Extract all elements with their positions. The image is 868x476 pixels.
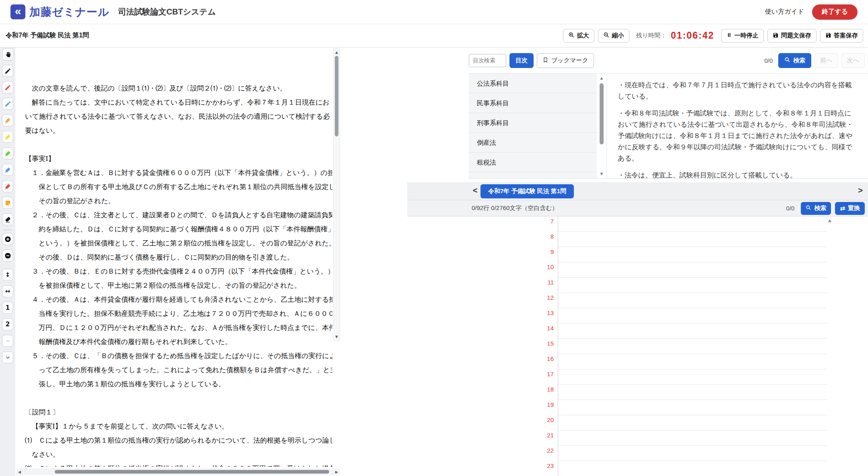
subject-list-item[interactable]: 公法系科目 — [469, 74, 597, 93]
scroll-left-arrow-icon[interactable]: ◀ — [18, 470, 21, 474]
toc-button[interactable]: 目次 — [509, 53, 534, 68]
editor-line-number: 7 — [407, 218, 554, 225]
highlighter-orange-button[interactable] — [2, 114, 13, 126]
editor-row: 21 — [407, 431, 868, 446]
zoom-out-button[interactable]: 縮小 — [598, 29, 629, 43]
sticky-note-button[interactable] — [2, 197, 13, 209]
editor-line[interactable] — [558, 262, 827, 278]
editor-line-number: 15 — [407, 340, 554, 347]
app-root: « 加藤ゼミナール 司法試験論文CBTシステム 使い方ガイド 終了する 令和7年… — [0, 0, 868, 476]
pen-red-button[interactable] — [2, 81, 13, 93]
save-icon — [773, 32, 779, 39]
page-zoom-in-button[interactable] — [2, 233, 13, 245]
answer-pane: < 令和7年 予備試験 民法 第1問 > 0/92行 0/2760文字（空白含む… — [407, 182, 868, 476]
law-note: ・現在時点では、令和７年７月１日時点で施行されている法令の内容を搭載している。 — [618, 80, 858, 102]
editor-line-number: 16 — [407, 355, 554, 362]
page-2-button-button[interactable]: 2 — [2, 318, 13, 330]
law-search-button[interactable]: 検索 — [778, 53, 811, 68]
app-title: 司法試験論文CBTシステム — [118, 6, 216, 17]
scroll-up-arrow-icon[interactable]: ▲ — [597, 76, 606, 80]
subject-scroll-thumb[interactable] — [600, 83, 604, 144]
subject-list-item[interactable]: 倒産法 — [469, 133, 597, 152]
editor-line[interactable] — [558, 278, 827, 293]
pause-label: 一時停止 — [734, 32, 759, 39]
highlighter-blue-button[interactable] — [2, 164, 13, 176]
editor-line[interactable] — [558, 247, 827, 262]
editor-line[interactable] — [558, 308, 827, 324]
tab-next-arrow[interactable]: > — [858, 186, 863, 195]
editor-line[interactable] — [558, 385, 827, 400]
answer-editor[interactable]: ▲ 7891011121314151617181920212223 — [407, 216, 868, 476]
document-vertical-scrollbar[interactable]: ▲ ▼ — [333, 48, 340, 341]
question-text-line — [25, 138, 332, 152]
subject-list-item[interactable]: 刑事系科目 — [469, 113, 597, 133]
question-text-line: 【事実Ⅰ】１から５までを前提として、次の問いに答えなさい。 — [25, 419, 332, 433]
highlighter-yellow-button[interactable] — [2, 131, 13, 143]
vertical-scroll-thumb[interactable] — [335, 56, 338, 136]
editor-line[interactable] — [558, 216, 827, 232]
scroll-down-icon — [5, 354, 11, 361]
hand-tool-icon — [4, 51, 11, 58]
editor-line[interactable] — [558, 431, 827, 446]
law-search-count: 0/0 — [764, 57, 773, 64]
scroll-down-button[interactable] — [2, 351, 13, 363]
page-1-button-button[interactable]: 1 — [2, 302, 13, 314]
subject-list-item[interactable]: 民事系科目 — [469, 93, 597, 113]
question-text-line: ⑵ Ｃによる甲土地の第１順位の抵当権の実行が認められ、代金４８００万円で買い受け… — [25, 462, 332, 467]
prev-result-button[interactable]: 前へ — [814, 53, 838, 68]
page-zoom-out-button[interactable] — [2, 249, 13, 262]
editor-line-number: 9 — [407, 248, 554, 255]
pause-button[interactable]: 一時停止 — [721, 29, 764, 43]
exit-button[interactable]: 終了する — [812, 4, 858, 20]
highlighter-red-button[interactable] — [2, 180, 13, 192]
editor-line[interactable] — [558, 461, 827, 476]
answer-search-button[interactable]: 検索 — [801, 202, 831, 215]
question-document[interactable]: 次の文章を読んで、後記の〔設問１⑴・⑵〕及び〔設問２⑴・⑵〕に答えなさい。 解答… — [15, 47, 333, 467]
eraser-button[interactable] — [2, 213, 13, 225]
subject-list-scrollbar[interactable]: ▲ ▼ — [597, 74, 606, 178]
subject-list-item-partial[interactable] — [469, 172, 597, 178]
pen-blue-button[interactable] — [2, 98, 13, 110]
editor-row: 7 — [407, 216, 868, 232]
save-answer-button[interactable]: 答案保存 — [820, 29, 863, 43]
editor-line[interactable] — [558, 324, 827, 339]
editor-line[interactable] — [558, 293, 827, 308]
next-result-button[interactable]: 次へ — [841, 53, 865, 68]
editor-line[interactable] — [558, 415, 827, 431]
editor-line[interactable] — [558, 354, 827, 369]
page-1-button-icon: 1 — [6, 304, 10, 311]
bookmark-button[interactable]: ブックマーク — [537, 53, 594, 68]
highlighter-green-button[interactable] — [2, 147, 13, 159]
editor-row: 15 — [407, 339, 868, 354]
tab-prev-arrow[interactable]: < — [473, 186, 478, 195]
answer-tab[interactable]: 令和7年 予備試験 民法 第1問 — [480, 184, 574, 198]
subject-list-item[interactable]: 租税法 — [469, 152, 597, 172]
hand-tool-button[interactable] — [2, 48, 13, 60]
scroll-up-arrow-icon[interactable]: ▲ — [334, 50, 340, 54]
editor-line-number: 18 — [407, 386, 554, 393]
fit-width-button[interactable]: ↔ — [2, 285, 13, 297]
save-question-button[interactable]: 問題文保存 — [767, 29, 816, 43]
scroll-down-arrow-icon[interactable]: ▼ — [597, 172, 606, 176]
horizontal-scroll-thumb[interactable] — [55, 470, 329, 474]
document-horizontal-scrollbar[interactable]: ◀ ▶ — [16, 468, 340, 475]
pen-black-button[interactable] — [2, 65, 13, 77]
question-text-line: 保としてＢの所有する甲土地及びＣの所有する乙土地にそれぞれ第１順位の共同抵当権を… — [25, 180, 332, 194]
scroll-right-arrow-icon[interactable]: ▶ — [335, 470, 338, 474]
editor-line-number: 23 — [407, 462, 554, 469]
editor-line[interactable] — [558, 369, 827, 385]
scroll-down-arrow-icon[interactable]: ▼ — [334, 335, 340, 339]
usage-guide-link[interactable]: 使い方ガイド — [765, 8, 804, 16]
replace-button[interactable]: ⇄ 置換 — [835, 202, 865, 215]
toc-search-input[interactable] — [469, 54, 506, 67]
editor-line[interactable] — [558, 446, 827, 461]
editor-line[interactable] — [558, 400, 827, 415]
editor-row: 17 — [407, 369, 868, 385]
editor-line[interactable] — [558, 232, 827, 247]
editor-row: 18 — [407, 385, 868, 400]
editor-line[interactable] — [558, 339, 827, 354]
scroll-up-button[interactable] — [2, 335, 13, 347]
question-text-line: １．金融業を営むＡは、Ｂに対する貸金債権６０００万円（以下「本件貸金債権」という… — [25, 166, 332, 180]
zoom-in-button[interactable]: 拡大 — [563, 29, 594, 43]
fit-height-button[interactable]: ↕ — [2, 269, 13, 281]
